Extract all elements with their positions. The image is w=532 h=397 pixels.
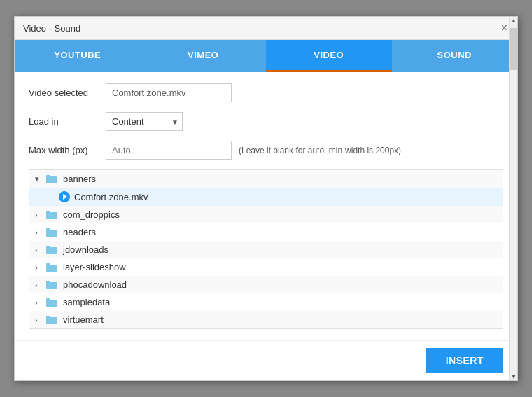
tree-item-headers-label: headers: [63, 227, 96, 237]
svg-rect-12: [46, 300, 57, 307]
close-button[interactable]: ×: [500, 22, 509, 34]
tree-item-phocadownload[interactable]: › phocadownload: [29, 276, 503, 293]
svg-rect-6: [46, 247, 57, 254]
load-in-select-wrap: Content Popup Lightbox ▼: [106, 112, 183, 131]
tree-item-com-droppics-label: com_droppics: [63, 209, 120, 220]
dialog-wrapper: Video - Sound × YOUTUBE VIMEO VIDEO SOUN…: [14, 16, 518, 381]
tab-vimeo[interactable]: VIMEO: [141, 40, 267, 72]
scrollbar-thumb[interactable]: [510, 28, 517, 70]
svg-rect-13: [46, 298, 50, 300]
insert-button[interactable]: INSERT: [426, 348, 503, 373]
svg-rect-0: [46, 176, 57, 183]
tree-item-jdownloads-label: jdownloads: [63, 244, 108, 255]
dialog: Video - Sound × YOUTUBE VIMEO VIDEO SOUN…: [14, 16, 518, 381]
svg-rect-4: [46, 230, 57, 237]
load-in-select[interactable]: Content Popup Lightbox: [106, 112, 183, 131]
folder-virtuemart-icon: [46, 315, 59, 324]
max-width-input[interactable]: [106, 141, 232, 160]
tabs-bar: YOUTUBE VIMEO VIDEO SOUND: [15, 40, 517, 72]
dialog-title-bar: Video - Sound ×: [15, 17, 517, 40]
play-comfort-zone-icon: [59, 191, 70, 202]
tab-youtube[interactable]: YOUTUBE: [15, 40, 141, 72]
tree-item-jdownloads[interactable]: › jdownloads: [29, 241, 503, 258]
folder-headers-icon: [46, 228, 59, 237]
tree-item-banners-label: banners: [63, 174, 96, 184]
folder-layer-slideshow-icon: [46, 263, 59, 272]
tab-sound[interactable]: SOUND: [392, 40, 518, 72]
svg-rect-3: [46, 211, 50, 213]
tree-item-com-droppics[interactable]: › com_droppics: [29, 206, 503, 223]
expand-virtuemart-icon: ›: [35, 316, 45, 324]
svg-rect-15: [46, 316, 50, 318]
svg-rect-7: [46, 246, 50, 248]
tree-item-comfort-zone[interactable]: Comfort zone.mkv: [29, 188, 503, 206]
expand-banners-icon: ▾: [35, 174, 45, 183]
tree-item-layer-slideshow-label: layer-slideshow: [63, 262, 126, 272]
video-selected-label: Video selected: [29, 88, 106, 98]
tree-item-layer-slideshow[interactable]: › layer-slideshow: [29, 258, 503, 276]
expand-jdownloads-icon: ›: [35, 246, 45, 254]
svg-rect-10: [46, 282, 57, 289]
tree-item-virtuemart-label: virtuemart: [63, 314, 104, 325]
tree-item-sampledata[interactable]: › sampledata: [29, 293, 503, 311]
expand-com-droppics-icon: ›: [35, 211, 45, 219]
dialog-title: Video - Sound: [23, 23, 80, 34]
tree-item-banners[interactable]: ▾ banners: [29, 170, 503, 188]
expand-comfort-zone-icon: [48, 193, 57, 201]
tree-item-headers[interactable]: › headers: [29, 223, 503, 241]
folder-sampledata-icon: [46, 298, 59, 307]
load-in-label: Load in: [29, 116, 106, 127]
svg-rect-9: [46, 263, 50, 265]
load-in-row: Load in Content Popup Lightbox ▼: [29, 112, 503, 131]
svg-rect-1: [46, 175, 50, 177]
folder-banners-icon: [46, 174, 59, 183]
scrollbar-down-arrow[interactable]: ▼: [510, 373, 517, 380]
folder-jdownloads-icon: [46, 245, 59, 254]
svg-rect-2: [46, 212, 57, 219]
expand-sampledata-icon: ›: [35, 298, 45, 307]
tree-item-comfort-zone-label: Comfort zone.mkv: [74, 192, 148, 202]
footer-area: INSERT: [15, 340, 517, 380]
content-area: Video selected Load in Content Popup Lig…: [15, 72, 517, 340]
max-width-hint: (Leave it blank for auto, min-width is 2…: [239, 146, 401, 155]
expand-layer-slideshow-icon: ›: [35, 263, 45, 272]
svg-rect-5: [46, 228, 50, 230]
file-tree: ▾ banners Comfort zone.mkv: [29, 169, 503, 329]
max-width-label: Max width (px): [29, 145, 106, 155]
tree-item-sampledata-label: sampledata: [63, 297, 110, 307]
video-selected-input[interactable]: [106, 83, 232, 102]
tab-video[interactable]: VIDEO: [266, 40, 392, 72]
svg-rect-11: [46, 281, 50, 283]
scrollbar-up-arrow[interactable]: ▲: [510, 17, 517, 24]
svg-rect-8: [46, 265, 57, 272]
expand-phocadownload-icon: ›: [35, 281, 45, 289]
video-selected-row: Video selected: [29, 83, 503, 102]
expand-headers-icon: ›: [35, 228, 45, 237]
tree-item-virtuemart[interactable]: › virtuemart: [29, 311, 503, 328]
tree-item-phocadownload-label: phocadownload: [63, 279, 127, 290]
scrollbar[interactable]: ▲ ▼: [509, 17, 517, 380]
folder-phocadownload-icon: [46, 280, 59, 289]
folder-com-droppics-icon: [46, 210, 59, 219]
max-width-row: Max width (px) (Leave it blank for auto,…: [29, 141, 503, 160]
svg-rect-14: [46, 317, 57, 324]
